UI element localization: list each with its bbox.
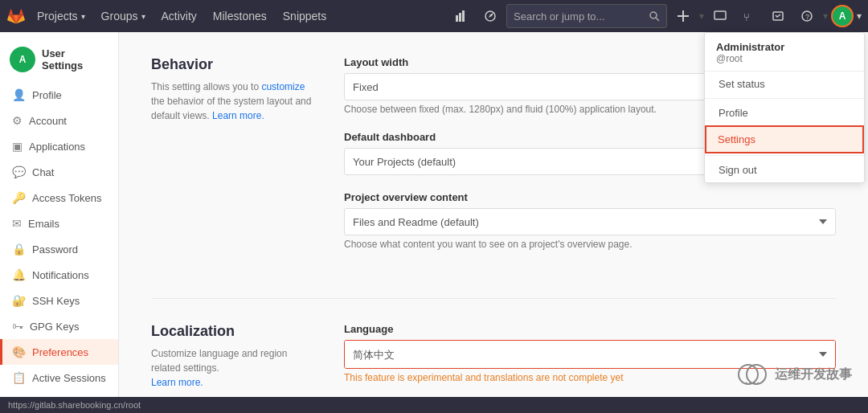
learn-more-link-behavior[interactable]: Learn more. <box>212 110 264 121</box>
ssh-keys-icon: 🔐 <box>12 294 26 307</box>
password-icon: 🔒 <box>12 243 26 256</box>
project-overview-label: Project overview content <box>344 191 836 203</box>
gpg-keys-icon: 🗝 <box>12 320 23 333</box>
sidebar-item-gpg-keys[interactable]: 🗝 GPG Keys <box>0 313 118 339</box>
localization-title: Localization <box>151 323 312 340</box>
applications-icon: ▣ <box>12 140 23 153</box>
project-overview-select[interactable]: Files and Readme (default) <box>344 208 836 235</box>
nav-activity[interactable]: Activity <box>154 0 205 32</box>
dropdown-header: Administrator @root <box>705 33 864 72</box>
todo-icon[interactable] <box>765 3 791 29</box>
dropdown-divider-1 <box>705 98 864 99</box>
dropdown-username: Administrator <box>716 41 853 53</box>
sidebar-header: A User Settings <box>0 40 118 82</box>
language-select[interactable]: 简体中文 <box>345 341 835 368</box>
customize-link[interactable]: customize <box>261 81 305 92</box>
status-bar: https://gitlab.sharebooking.cn/root <box>0 397 868 413</box>
behavior-title: Behavior <box>151 56 312 73</box>
nav-groups[interactable]: Groups ▾ <box>93 0 154 32</box>
help-icon[interactable]: ? <box>794 3 820 29</box>
sidebar-item-active-sessions[interactable]: 📋 Active Sessions <box>0 365 118 391</box>
plus-icon[interactable] <box>670 3 696 29</box>
behavior-desc: This setting allows you to customize the… <box>151 80 312 123</box>
dropdown-handle: @root <box>716 53 853 64</box>
profile-icon: 👤 <box>12 88 26 101</box>
active-sessions-icon: 📋 <box>12 371 26 384</box>
learn-more-link-localization[interactable]: Learn more. <box>151 377 203 388</box>
chevron-down-icon: ▾ <box>81 12 85 21</box>
language-hint: This feature is experimental and transla… <box>344 372 836 383</box>
sidebar-item-ssh-keys[interactable]: 🔐 SSH Keys <box>0 288 118 313</box>
plus-chevron-icon[interactable]: ▾ <box>699 10 704 22</box>
nav-snippets[interactable]: Snippets <box>275 0 334 32</box>
screen-icon[interactable] <box>707 3 733 29</box>
dropdown-set-status[interactable]: Set status <box>705 72 864 96</box>
svg-point-4 <box>650 12 657 18</box>
navbar: Projects ▾ Groups ▾ Activity Milestones … <box>0 0 868 32</box>
sidebar-avatar: A <box>10 47 35 72</box>
nav-projects[interactable]: Projects ▾ <box>29 0 93 32</box>
help-chevron-icon[interactable]: ▾ <box>823 10 828 22</box>
project-overview-field: Project overview content Files and Readm… <box>344 191 836 250</box>
avatar-chevron-icon[interactable]: ▾ <box>857 10 862 22</box>
sidebar-item-applications[interactable]: ▣ Applications <box>0 133 118 159</box>
dropdown-profile[interactable]: Profile <box>705 100 864 125</box>
account-icon: ⚙ <box>12 114 23 127</box>
chat-icon: 💬 <box>12 166 26 178</box>
preferences-icon: 🎨 <box>12 346 26 358</box>
project-overview-hint: Choose what content you want to see on a… <box>344 239 836 250</box>
dropdown-divider-2 <box>705 155 864 156</box>
language-select-wrap: 简体中文 <box>344 340 836 369</box>
sidebar-item-access-tokens[interactable]: 🔑 Access Tokens <box>0 185 118 211</box>
svg-rect-1 <box>459 13 461 22</box>
sidebar-item-password[interactable]: 🔒 Password <box>0 236 118 262</box>
localization-desc: Customize language and region related se… <box>151 346 312 390</box>
behavior-section-left: Behavior This setting allows you to cust… <box>151 56 312 266</box>
notifications-icon: 🔔 <box>12 268 26 281</box>
brand-logo[interactable] <box>6 6 26 26</box>
nav-milestones[interactable]: Milestones <box>205 0 275 32</box>
sidebar-title: User Settings <box>42 47 108 72</box>
svg-rect-2 <box>462 10 465 22</box>
compass-icon[interactable] <box>477 3 503 29</box>
sidebar-item-notifications[interactable]: 🔔 Notifications <box>0 262 118 288</box>
svg-rect-6 <box>714 11 726 19</box>
sidebar-item-profile[interactable]: 👤 Profile <box>0 82 118 108</box>
svg-text:⑂: ⑂ <box>743 11 750 22</box>
sidebar-item-preferences[interactable]: 🎨 Preferences <box>0 339 118 365</box>
svg-text:?: ? <box>805 13 809 21</box>
sidebar: A User Settings 👤 Profile ⚙ Account ▣ Ap… <box>0 32 119 413</box>
user-avatar-btn[interactable]: A <box>831 5 854 27</box>
svg-rect-0 <box>456 15 458 22</box>
sidebar-item-chat[interactable]: 💬 Chat <box>0 159 118 185</box>
sidebar-item-emails[interactable]: ✉ Emails <box>0 211 118 236</box>
dropdown-sign-out[interactable]: Sign out <box>705 157 864 182</box>
merge-icon[interactable]: ⑂ <box>736 3 762 29</box>
sidebar-item-account[interactable]: ⚙ Account <box>0 108 118 133</box>
language-field: Language 简体中文 This feature is experiment… <box>344 323 836 383</box>
dropdown-settings[interactable]: Settings <box>705 125 864 153</box>
emails-icon: ✉ <box>12 217 22 230</box>
language-label: Language <box>344 323 836 335</box>
search-input[interactable]: Search or jump to... <box>506 4 667 28</box>
svg-line-5 <box>656 18 659 21</box>
access-tokens-icon: 🔑 <box>12 191 26 204</box>
chevron-down-icon: ▾ <box>141 12 145 21</box>
chart-icon[interactable] <box>448 3 474 29</box>
user-dropdown: Administrator @root Set status Profile S… <box>704 32 865 183</box>
